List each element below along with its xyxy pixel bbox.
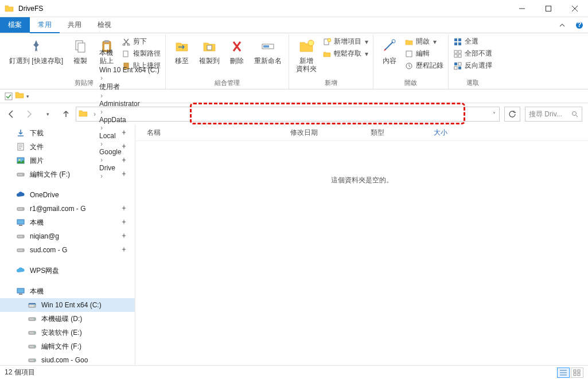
details-view-button[interactable] bbox=[557, 368, 570, 378]
ribbon-tabs: 檔案 常用 共用 檢視 ? bbox=[0, 17, 588, 33]
sidebar-item[interactable]: 安装软件 (E:) bbox=[0, 326, 135, 339]
sidebar-item[interactable]: ni‎‎‎‎‎‎‎‎‎‎‎‎‎‎‎qian@g‎ bbox=[0, 229, 135, 243]
breadcrumb-item[interactable]: Win 10 Ent x64 (C:) bbox=[98, 66, 161, 74]
refresh-button[interactable] bbox=[504, 107, 520, 122]
sidebar-item-label: 本機磁碟 (D:) bbox=[41, 314, 82, 324]
sidebar-item[interactable]: WPS网盘 bbox=[0, 264, 135, 278]
drive-icon bbox=[28, 355, 37, 365]
svg-rect-29 bbox=[454, 62, 457, 65]
properties-button[interactable]: 內容 bbox=[377, 36, 402, 66]
checkbox-icon[interactable] bbox=[3, 91, 14, 101]
sidebar-item-label: Win 10 Ent x64 (C:) bbox=[41, 301, 102, 309]
sidebar-item-label: si‎‎‎‎‎‎‎‎‎‎‎‎‎ud.com - Goo‎ bbox=[41, 356, 88, 364]
column-type[interactable]: 類型 bbox=[371, 128, 434, 138]
sidebar-item-label: ni‎‎‎‎‎‎‎‎‎‎‎‎‎‎‎qian@g‎ bbox=[30, 232, 59, 240]
chevron-down-icon[interactable]: ▾ bbox=[25, 93, 30, 99]
sidebar-item[interactable]: 本機磁碟 (D:) bbox=[0, 312, 135, 326]
ribbon: 釘選到 [快速存取] 複製 貼上 剪下 複製路徑 貼上捷徑 剪貼簿 移至 複製到… bbox=[0, 33, 588, 89]
breadcrumb-item[interactable]: Administrator bbox=[98, 100, 161, 108]
ribbon-collapse-button[interactable] bbox=[554, 17, 571, 33]
search-input[interactable]: 搜尋 Driv... bbox=[525, 107, 582, 122]
sidebar-item[interactable]: r‎‎‎‎‎‎‎‎‎1@gmail.com - G bbox=[0, 202, 135, 216]
sidebar-item[interactable]: 編輯文件 (F:) bbox=[0, 167, 135, 181]
select-all-button[interactable]: 全選 bbox=[452, 36, 493, 47]
sidebar-item[interactable]: OneDrive bbox=[0, 188, 135, 202]
pin-icon bbox=[121, 218, 127, 226]
new-folder-button[interactable]: 新增 資料夾 bbox=[293, 36, 320, 75]
svg-rect-23 bbox=[454, 42, 457, 45]
up-button[interactable] bbox=[61, 109, 71, 119]
sidebar-item-label: 文件 bbox=[30, 142, 44, 152]
rename-button[interactable]: 重新命名 bbox=[251, 36, 285, 66]
chevron-right-icon[interactable]: › bbox=[98, 92, 105, 100]
svg-point-34 bbox=[573, 112, 577, 116]
sidebar-item[interactable]: 圖片 bbox=[0, 154, 135, 167]
select-none-button[interactable]: 全部不選 bbox=[452, 48, 493, 59]
drive-icon bbox=[28, 328, 37, 337]
folder-icon bbox=[15, 91, 24, 101]
back-button[interactable] bbox=[6, 109, 16, 119]
breadcrumb-item[interactable]: 使用者 bbox=[98, 82, 161, 92]
doc-icon bbox=[16, 142, 25, 151]
breadcrumb-item[interactable]: 本機 bbox=[98, 48, 161, 58]
sidebar-item-label: 下載 bbox=[30, 128, 44, 138]
history-button[interactable]: 歷程記錄 bbox=[403, 60, 445, 71]
new-item-button[interactable]: 新增項目▾ bbox=[321, 36, 369, 47]
sidebar-item[interactable]: 本機 bbox=[0, 284, 135, 298]
invert-selection-button[interactable]: 反向選擇 bbox=[452, 60, 493, 71]
label: 釘選到 [快速存取] bbox=[9, 57, 63, 65]
chevron-down-icon[interactable]: ˅ bbox=[493, 111, 496, 118]
breadcrumb-item[interactable]: AppData bbox=[98, 116, 161, 124]
svg-point-47 bbox=[22, 250, 24, 251]
easy-access-button[interactable]: 輕鬆存取▾ bbox=[321, 48, 369, 59]
pin-icon bbox=[121, 170, 127, 178]
recent-dropdown[interactable]: ▾ bbox=[42, 109, 53, 119]
sidebar-item[interactable]: 文件 bbox=[0, 140, 135, 154]
minimize-button[interactable] bbox=[509, 0, 535, 17]
chevron-right-icon[interactable]: › bbox=[98, 74, 105, 82]
copy-button[interactable]: 複製 bbox=[68, 36, 93, 66]
sidebar-item-label: 編輯文件 (F:) bbox=[30, 170, 70, 179]
chevron-right-icon[interactable]: › bbox=[91, 110, 98, 118]
sidebar-item[interactable]: si‎‎‎‎‎‎‎‎‎‎‎‎‎ud.com - Goo‎ bbox=[0, 353, 135, 365]
sidebar-item-label: WPS网盘 bbox=[30, 266, 59, 276]
forward-button[interactable] bbox=[24, 109, 34, 119]
svg-rect-63 bbox=[574, 373, 576, 376]
svg-rect-48 bbox=[17, 288, 24, 293]
sidebar-item-label: 本機 bbox=[30, 218, 44, 228]
column-date[interactable]: 修改日期 bbox=[290, 128, 371, 138]
icons-view-button[interactable] bbox=[571, 368, 583, 378]
sidebar-item-label: s‎‎‎‎‎‎‎‎‎‎‎‎‎ud.com - G bbox=[30, 246, 67, 254]
cut-button[interactable]: 剪下 bbox=[120, 36, 162, 47]
delete-button[interactable]: 刪除 bbox=[224, 36, 250, 66]
pin-quick-access-button[interactable]: 釘選到 [快速存取] bbox=[6, 36, 67, 66]
copy-to-button[interactable]: 複製到 bbox=[196, 36, 223, 66]
chevron-right-icon[interactable]: › bbox=[98, 108, 105, 116]
column-headers: 名稱 修改日期 類型 大小 bbox=[135, 125, 588, 141]
tab-home[interactable]: 常用 bbox=[30, 17, 60, 33]
breadcrumb-bar[interactable]: › 本機›Win 10 Ent x64 (C:)›使用者›Administrat… bbox=[76, 107, 500, 122]
svg-rect-25 bbox=[454, 50, 457, 53]
sidebar-item[interactable]: 本機 bbox=[0, 216, 135, 229]
tab-file[interactable]: 檔案 bbox=[0, 17, 30, 33]
chevron-right-icon[interactable]: › bbox=[98, 58, 105, 66]
svg-rect-4 bbox=[78, 43, 85, 52]
column-size[interactable]: 大小 bbox=[434, 128, 480, 138]
close-button[interactable] bbox=[562, 0, 588, 17]
svg-point-58 bbox=[34, 346, 35, 347]
column-name[interactable]: 名稱 bbox=[147, 128, 290, 138]
edit-button[interactable]: 編輯 bbox=[403, 48, 445, 59]
svg-rect-42 bbox=[17, 220, 24, 224]
svg-point-15 bbox=[308, 40, 314, 46]
tab-share[interactable]: 共用 bbox=[60, 17, 89, 33]
maximize-button[interactable] bbox=[535, 0, 562, 17]
tab-view[interactable]: 檢視 bbox=[89, 17, 119, 33]
sidebar-item[interactable]: 編輯文件 (F:) bbox=[0, 339, 135, 353]
sidebar-item[interactable]: Win 10 Ent x64 (C:) bbox=[0, 298, 135, 312]
sidebar-item[interactable]: 下載 bbox=[0, 126, 135, 140]
open-button[interactable]: 開啟▾ bbox=[403, 36, 445, 47]
move-to-button[interactable]: 移至 bbox=[169, 36, 194, 66]
sidebar-item[interactable]: s‎‎‎‎‎‎‎‎‎‎‎‎‎ud.com - G bbox=[0, 243, 135, 257]
help-button[interactable]: ? bbox=[571, 17, 588, 33]
svg-rect-0 bbox=[546, 6, 551, 11]
